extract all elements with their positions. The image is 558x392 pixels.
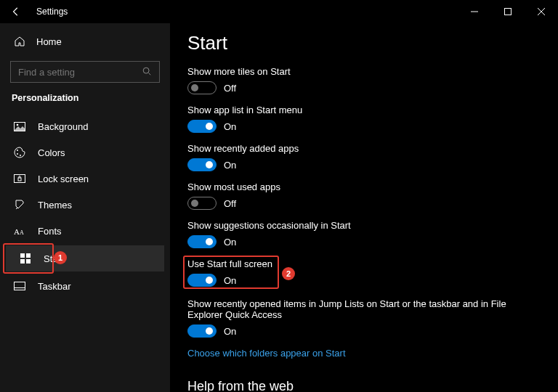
sidebar-home[interactable]: Home [0, 29, 170, 54]
home-icon [13, 35, 26, 48]
sidebar-item-lockscreen[interactable]: Lock screen [0, 166, 170, 192]
setting-app-list: Show app list in Start menu On [187, 105, 532, 133]
close-button[interactable] [525, 0, 558, 23]
svg-rect-17 [20, 259, 25, 264]
sidebar-item-label: Background [38, 121, 88, 132]
search-icon [142, 66, 152, 78]
setting-recently-added: Show recently added apps On [187, 143, 532, 171]
search-input[interactable] [18, 67, 142, 78]
titlebar: Settings [0, 0, 558, 23]
setting-jump-lists: Show recently opened items in Jump Lists… [187, 298, 507, 338]
sidebar: Home Personalization Background Colors L… [0, 23, 170, 392]
setting-label: Show app list in Start menu [187, 105, 532, 115]
setting-label: Use Start full screen [187, 258, 272, 269]
arrow-left-icon [11, 7, 21, 17]
svg-rect-19 [15, 282, 25, 290]
svg-rect-16 [26, 253, 31, 258]
sidebar-home-label: Home [36, 36, 62, 47]
annotation-badge-2: 2 [282, 267, 295, 280]
sidebar-item-background[interactable]: Background [0, 113, 170, 139]
link-choose-folders[interactable]: Choose which folders appear on Start [187, 348, 346, 359]
toggle-state: Off [224, 198, 236, 209]
svg-point-7 [17, 123, 19, 126]
back-button[interactable] [6, 1, 26, 22]
toggle-app-list[interactable] [187, 120, 217, 133]
svg-point-8 [17, 150, 18, 151]
lockscreen-icon [13, 172, 26, 185]
sidebar-item-label: Lock screen [38, 173, 89, 184]
minimize-button[interactable] [458, 0, 491, 23]
toggle-state: On [224, 160, 236, 171]
start-icon [19, 252, 32, 265]
sidebar-item-themes[interactable]: Themes [0, 192, 170, 218]
setting-more-tiles: Show more tiles on Start Off [187, 66, 532, 94]
annotation-badge-1: 1 [54, 251, 67, 264]
picture-icon [13, 120, 26, 133]
sidebar-item-label: Colors [38, 147, 65, 158]
setting-fullscreen: Use Start full screen On [187, 258, 272, 287]
toggle-most-used[interactable] [187, 197, 217, 210]
window-title: Settings [36, 7, 68, 17]
svg-point-10 [20, 155, 21, 156]
toggle-recently-added[interactable] [187, 158, 217, 171]
svg-rect-18 [26, 259, 31, 264]
sidebar-item-start[interactable]: Start [6, 245, 164, 271]
setting-suggestions: Show suggestions occasionally in Start O… [187, 220, 532, 248]
sidebar-item-label: Taskbar [38, 281, 71, 292]
toggle-more-tiles[interactable] [187, 81, 217, 94]
page-title: Start [187, 32, 532, 54]
toggle-fullscreen[interactable] [187, 274, 217, 287]
close-icon [538, 8, 545, 15]
toggle-state: Off [224, 83, 236, 94]
svg-line-5 [149, 73, 151, 75]
toggle-jump-lists[interactable] [187, 324, 217, 338]
minimize-icon [471, 8, 478, 15]
setting-most-used: Show most used apps Off [187, 181, 532, 210]
help-heading: Help from the web [187, 379, 532, 392]
svg-point-9 [17, 153, 18, 155]
themes-icon [13, 198, 26, 211]
sidebar-item-label: Themes [38, 200, 72, 211]
sidebar-section: Personalization [0, 93, 170, 103]
search-box[interactable] [10, 61, 160, 83]
svg-rect-1 [505, 9, 512, 15]
sidebar-item-colors[interactable]: Colors [0, 139, 170, 166]
toggle-suggestions[interactable] [187, 235, 217, 248]
svg-point-4 [143, 68, 149, 73]
taskbar-icon [13, 279, 26, 293]
maximize-icon [504, 8, 512, 15]
sidebar-item-taskbar[interactable]: Taskbar [0, 273, 170, 299]
svg-rect-15 [20, 253, 25, 258]
setting-label: Show most used apps [187, 181, 532, 192]
svg-text:A: A [20, 229, 24, 236]
toggle-state: On [224, 326, 236, 337]
toggle-state: On [224, 237, 236, 248]
setting-label: Show more tiles on Start [187, 66, 532, 77]
toggle-state: On [224, 121, 236, 132]
setting-label: Show suggestions occasionally in Start [187, 220, 532, 231]
setting-label: Show recently opened items in Jump Lists… [187, 298, 507, 320]
toggle-state: On [224, 275, 236, 286]
svg-rect-12 [18, 178, 21, 181]
palette-icon [13, 146, 26, 159]
setting-label: Show recently added apps [187, 143, 532, 154]
sidebar-item-fonts[interactable]: AA Fonts [0, 218, 170, 244]
maximize-button[interactable] [491, 0, 525, 23]
fonts-icon: AA [13, 224, 26, 237]
sidebar-item-label: Fonts [38, 226, 62, 237]
main-content: Start Show more tiles on Start Off Show … [170, 23, 558, 392]
svg-text:A: A [14, 227, 20, 236]
